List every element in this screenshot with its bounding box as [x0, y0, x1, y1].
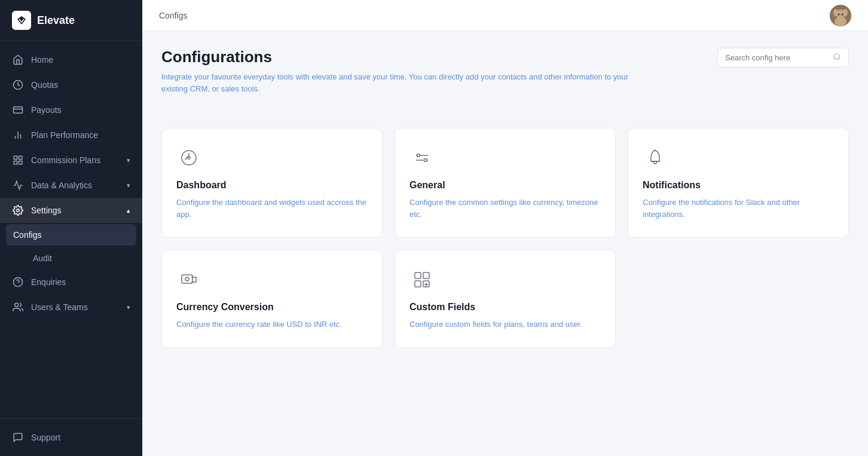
card-description: Configure the dashboard and widgets used…	[176, 197, 368, 221]
sidebar-item-audit[interactable]: Audit	[0, 247, 142, 270]
avatar[interactable]	[830, 5, 851, 26]
svg-point-23	[182, 151, 196, 165]
card-title: General	[409, 180, 601, 191]
card-title: Custom Fields	[409, 302, 601, 313]
sidebar-item-plan-performance[interactable]: Plan Performance	[0, 123, 142, 148]
notifications-icon	[643, 145, 668, 170]
svg-point-17	[833, 9, 838, 16]
svg-rect-8	[14, 161, 17, 164]
cards-row-2: Currency Conversion Configure the curren…	[161, 250, 849, 348]
svg-point-20	[842, 13, 843, 15]
chevron-down-icon: ▾	[127, 182, 130, 189]
quotas-icon	[12, 79, 24, 91]
svg-rect-6	[14, 156, 17, 159]
logo-area[interactable]: Elevate	[0, 0, 142, 41]
config-card-general[interactable]: General Configure the common settings li…	[395, 128, 616, 238]
sidebar-item-label: Plan Performance	[31, 130, 98, 140]
sidebar-item-support[interactable]: Support	[0, 425, 142, 450]
svg-point-19	[838, 13, 840, 15]
chevron-down-icon: ▾	[127, 304, 130, 311]
currency-icon	[176, 267, 201, 292]
sidebar-bottom: Support	[0, 418, 142, 456]
svg-point-33	[185, 277, 189, 281]
svg-point-18	[843, 9, 848, 16]
page-title: Configurations	[161, 48, 640, 66]
app-name: Elevate	[37, 14, 75, 27]
breadcrumb: Configs	[159, 11, 187, 20]
sidebar-item-label: Configs	[13, 230, 41, 240]
card-description: Configure the currency rate like USD to …	[176, 319, 368, 330]
sidebar-item-label: Home	[31, 55, 53, 65]
card-description: Configure the common settings like curre…	[409, 197, 601, 221]
cards-row-1: Dashboard Configure the dashboard and wi…	[161, 128, 849, 238]
dashboard-icon	[176, 145, 201, 170]
sidebar-item-label: Quotas	[31, 80, 58, 90]
svg-point-21	[834, 54, 839, 59]
sidebar-item-label: Payouts	[31, 105, 62, 115]
custom-fields-icon	[409, 267, 435, 292]
sidebar-item-label: Support	[31, 433, 60, 442]
payouts-icon	[12, 104, 24, 116]
enquiries-icon	[12, 276, 24, 288]
sidebar-item-users-teams[interactable]: Users & Teams ▾	[0, 295, 142, 320]
home-icon	[12, 54, 24, 66]
svg-rect-35	[423, 273, 429, 279]
sidebar-item-data-analytics[interactable]: Data & Analytics ▾	[0, 173, 142, 198]
content-area: Configurations Integrate your favourite …	[142, 31, 868, 456]
sidebar-item-home[interactable]: Home	[0, 47, 142, 72]
search-icon	[833, 53, 841, 63]
svg-point-16	[835, 17, 846, 26]
config-card-dashboard[interactable]: Dashboard Configure the dashboard and wi…	[161, 128, 383, 238]
sidebar-item-settings[interactable]: Settings ▴	[0, 198, 142, 223]
config-card-custom-fields[interactable]: Custom Fields Configure custom fields fo…	[395, 250, 616, 348]
svg-point-27	[417, 154, 420, 157]
main-area: Configs Configurations Integrate y	[142, 0, 868, 456]
svg-line-22	[839, 59, 841, 60]
sidebar-item-label: Commission Plans	[31, 155, 100, 165]
settings-icon	[12, 204, 24, 216]
chart-icon	[12, 129, 24, 141]
card-description: Configure the notifications for Slack an…	[643, 197, 834, 221]
svg-point-29	[424, 159, 427, 162]
card-description: Configure custom fields for plans, teams…	[409, 319, 601, 330]
search-box[interactable]	[717, 48, 849, 68]
sidebar-item-configs[interactable]: Configs	[6, 224, 136, 246]
search-input[interactable]	[725, 53, 828, 62]
users-icon	[12, 301, 24, 313]
sidebar-item-enquiries[interactable]: Enquiries	[0, 270, 142, 295]
chevron-up-icon: ▴	[127, 207, 130, 215]
svg-rect-7	[19, 156, 22, 159]
sidebar-item-quotas[interactable]: Quotas	[0, 72, 142, 97]
svg-point-24	[188, 157, 190, 159]
support-icon	[12, 431, 24, 443]
svg-rect-32	[182, 275, 192, 283]
sidebar-item-label: Users & Teams	[31, 302, 88, 312]
svg-rect-36	[415, 281, 421, 287]
topbar: Configs	[142, 0, 868, 31]
commission-icon	[12, 154, 24, 166]
svg-rect-34	[415, 273, 421, 279]
sidebar-item-label: Audit	[33, 253, 52, 263]
general-icon	[409, 145, 435, 170]
card-title: Currency Conversion	[176, 302, 368, 313]
svg-point-13	[15, 303, 19, 307]
sidebar-item-label: Enquiries	[31, 277, 66, 287]
card-title: Notifications	[643, 180, 834, 191]
sidebar-item-commission-plans[interactable]: Commission Plans ▾	[0, 148, 142, 173]
topbar-right	[830, 5, 851, 26]
page-subtitle: Integrate your favourite everyday tools …	[161, 71, 640, 94]
analytics-icon	[12, 179, 24, 191]
chevron-down-icon: ▾	[127, 157, 130, 164]
sidebar: Elevate Home Quotas Payouts	[0, 0, 142, 456]
config-card-notifications[interactable]: Notifications Configure the notification…	[628, 128, 849, 238]
content-header: Configurations Integrate your favourite …	[161, 48, 849, 111]
svg-rect-1	[14, 107, 23, 114]
svg-rect-9	[19, 161, 22, 164]
page-title-area: Configurations Integrate your favourite …	[161, 48, 640, 111]
sidebar-item-label: Data & Analytics	[31, 180, 92, 190]
logo-icon	[12, 11, 31, 30]
sidebar-item-payouts[interactable]: Payouts	[0, 97, 142, 123]
config-card-currency[interactable]: Currency Conversion Configure the curren…	[161, 250, 383, 348]
card-title: Dashboard	[176, 180, 368, 191]
sidebar-nav: Home Quotas Payouts Plan Performance	[0, 41, 142, 418]
